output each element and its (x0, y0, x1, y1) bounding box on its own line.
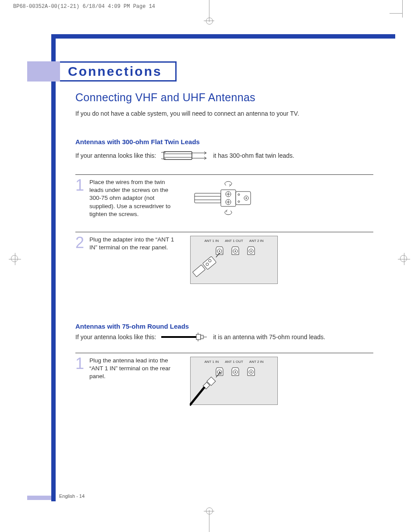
page-footer: English - 14 (59, 493, 85, 499)
decorative-block (27, 61, 60, 82)
svg-point-30 (206, 263, 209, 266)
connector-label: ANT 2 IN (249, 360, 264, 364)
svg-point-17 (246, 198, 247, 199)
svg-rect-27 (202, 256, 216, 270)
flat-twin-lead-icon (160, 148, 209, 163)
svg-point-41 (235, 372, 236, 373)
lead-text-after: it has 300-ohm flat twin leads. (213, 152, 294, 159)
svg-rect-33 (201, 335, 203, 339)
intro-text: If you do not have a cable system, you w… (75, 110, 373, 117)
svg-point-25 (251, 251, 252, 252)
step-number: 1 (75, 357, 85, 405)
crop-mark-icon (402, 0, 403, 18)
print-meta-header: BP68-00352A-00(12-21) 6/18/04 4:09 PM Pa… (13, 4, 155, 10)
step-item: 2 Plug the adapter into the “ANT 1 IN” t… (75, 232, 373, 284)
decorative-block (27, 496, 51, 500)
step-number: 2 (75, 236, 85, 284)
adapter-cable-icon (191, 253, 226, 284)
page-content: Connections Connecting VHF and UHF Anten… (27, 34, 395, 501)
connector-label: ANT 1 IN (204, 360, 219, 364)
connector-label: ANT 2 IN (249, 239, 264, 243)
chapter-title-box: Connections (60, 61, 177, 82)
rear-panel-figure: ANT 1 IN ANT 1 OUT ANT 2 IN (190, 236, 278, 284)
svg-point-43 (251, 372, 252, 373)
rear-panel-figure: ANT 1 IN ANT 1 OUT ANT 2 IN (190, 357, 278, 405)
chapter-title-banner: Connections (27, 61, 177, 82)
registration-mark-icon (11, 255, 18, 262)
subsection-heading: Antennas with 300-ohm Flat Twin Leads (75, 138, 373, 145)
svg-line-26 (216, 253, 221, 257)
step-text: Plug the antenna lead into the “ANT 1 IN… (89, 357, 177, 405)
step-item: 1 Plug the antenna lead into the “ANT 1 … (75, 353, 373, 405)
round-lead-icon (160, 333, 209, 341)
step-number: 1 (75, 178, 85, 220)
svg-rect-28 (193, 265, 205, 277)
lead-text-before: If your antenna looks like this: (75, 152, 156, 159)
coax-cable-icon (190, 372, 227, 406)
step-item: 1 Place the wires from the twin leads un… (75, 174, 373, 220)
connector-label: ANT 1 OUT (225, 360, 243, 364)
section-subtitle: Connecting VHF and UHF Antennas (75, 91, 373, 104)
crop-mark-icon (209, 0, 209, 22)
registration-mark-icon (400, 255, 407, 262)
svg-rect-32 (196, 334, 201, 340)
svg-line-47 (190, 387, 205, 405)
lead-text-before: If your antenna looks like this: (75, 333, 156, 340)
main-content: Connecting VHF and UHF Antennas If you d… (75, 91, 373, 417)
decorative-bar (51, 34, 395, 39)
svg-rect-0 (164, 152, 192, 160)
lead-text-after: it is an antenna with 75-ohm round leads… (213, 333, 325, 340)
connector-label: ANT 1 IN (204, 239, 219, 243)
chapter-title: Connections (68, 64, 162, 79)
svg-point-23 (235, 251, 236, 252)
connector-label: ANT 1 OUT (225, 239, 243, 243)
lead-description-row: If your antenna looks like this: it has … (75, 148, 373, 163)
adaptor-figure-icon (190, 178, 265, 220)
svg-rect-5 (195, 193, 221, 203)
svg-point-29 (209, 259, 211, 262)
step-text: Plug the adapter into the “ANT 1 IN” ter… (89, 236, 177, 284)
lead-description-row: If your antenna looks like this: it is a… (75, 333, 373, 341)
crop-mark-icon (209, 510, 209, 532)
subsection-heading: Antennas with 75-ohm Round Leads (75, 323, 373, 330)
svg-point-21 (219, 251, 220, 252)
step-text: Place the wires from the twin leads unde… (89, 178, 177, 220)
decorative-bar (51, 34, 56, 501)
